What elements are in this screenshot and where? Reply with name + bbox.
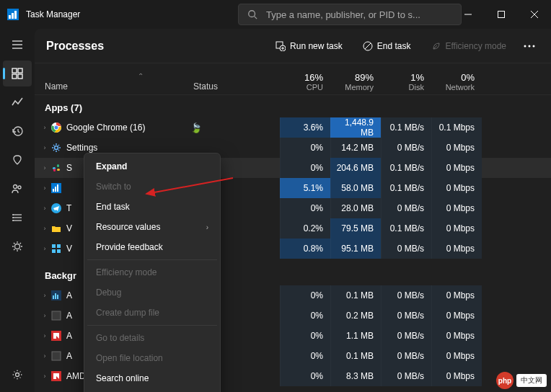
svg-point-35 xyxy=(529,45,531,47)
run-new-task-button[interactable]: Run new task xyxy=(268,37,350,55)
disk-cell: 0 MB/s xyxy=(381,306,431,326)
menu-expand[interactable]: Expand xyxy=(87,156,217,177)
menu-resource-values[interactable]: Resource values› xyxy=(87,217,217,237)
disk-cell: 0 MB/s xyxy=(381,366,431,386)
svg-line-5 xyxy=(255,17,257,19)
menu-create-dump[interactable]: Create dump file xyxy=(87,303,217,323)
app-icon xyxy=(7,9,19,20)
svg-point-39 xyxy=(54,125,58,130)
svg-rect-58 xyxy=(52,311,61,320)
disk-cell: 0 MB/s xyxy=(381,239,431,259)
svg-rect-53 xyxy=(57,249,61,253)
svg-point-18 xyxy=(14,185,17,189)
svg-rect-2 xyxy=(12,13,14,19)
group-apps[interactable]: Apps (7) xyxy=(35,95,551,117)
menu-provide-feedback[interactable]: Provide feedback xyxy=(87,237,217,257)
nav-users[interactable] xyxy=(3,176,32,202)
disk-cell: 0 MB/s xyxy=(381,285,431,306)
menu-properties[interactable]: Properties xyxy=(87,388,217,392)
app-icon xyxy=(49,183,63,193)
svg-rect-57 xyxy=(57,295,58,299)
process-status: 🍃 xyxy=(190,122,280,133)
app-icon xyxy=(49,371,63,381)
header-cpu[interactable]: 16%CPU xyxy=(280,72,330,92)
disk-cell: 0.1 MB/s xyxy=(381,158,431,178)
header-status[interactable]: Status xyxy=(193,81,280,92)
header-network[interactable]: 0%Network xyxy=(431,72,482,92)
svg-rect-47 xyxy=(55,187,56,192)
menu-switch-to[interactable]: Switch to xyxy=(87,177,217,197)
menu-end-task[interactable]: End task xyxy=(87,197,217,217)
svg-rect-7 xyxy=(498,12,505,18)
process-row[interactable]: ›Google Chrome (16)🍃3.6%1,448.9 MB0.1 MB… xyxy=(35,117,551,138)
nav-performance[interactable] xyxy=(3,89,32,115)
cpu-cell: 3.6% xyxy=(280,117,330,138)
network-cell: 0 Mbps xyxy=(431,306,482,326)
disk-cell: 0.1 MB/s xyxy=(381,117,431,138)
cpu-cell: 0% xyxy=(280,285,330,306)
cpu-cell: 0% xyxy=(280,138,330,158)
cpu-cell: 0.8% xyxy=(280,239,330,259)
end-task-button[interactable]: End task xyxy=(356,37,418,55)
menu-search-online[interactable]: Search online xyxy=(87,368,217,388)
efficiency-leaf-icon: 🍃 xyxy=(190,122,202,133)
context-menu: Expand Switch to End task Resource value… xyxy=(84,153,221,392)
minimize-button[interactable] xyxy=(451,0,485,29)
app-icon xyxy=(49,223,63,233)
close-button[interactable] xyxy=(518,0,551,29)
chevron-right-icon: › xyxy=(206,223,208,231)
svg-point-34 xyxy=(524,45,526,47)
network-cell: 0 Mbps xyxy=(431,239,482,259)
disk-cell: 0 MB/s xyxy=(381,198,431,218)
svg-point-25 xyxy=(12,220,14,221)
svg-rect-46 xyxy=(53,189,54,192)
nav-history[interactable] xyxy=(3,118,32,144)
hamburger-menu[interactable] xyxy=(3,32,32,58)
menu-efficiency-mode[interactable]: Efficiency mode xyxy=(87,262,217,282)
nav-details[interactable] xyxy=(3,205,32,231)
network-cell: 0 Mbps xyxy=(431,178,482,198)
app-icon xyxy=(49,244,63,254)
memory-cell: 79.5 MB xyxy=(330,218,381,239)
svg-rect-44 xyxy=(53,169,56,172)
svg-point-24 xyxy=(12,217,14,218)
network-cell: 0 Mbps xyxy=(431,138,482,158)
column-headers: ⌃ Name Status 16%CPU 89%Memory 1%Disk 0%… xyxy=(35,63,551,95)
menu-go-to-details[interactable]: Go to details xyxy=(87,328,217,348)
svg-point-23 xyxy=(12,214,14,215)
cpu-cell: 0% xyxy=(280,198,330,218)
memory-cell: 8.3 MB xyxy=(330,366,381,386)
header-memory[interactable]: 89%Memory xyxy=(330,72,381,92)
app-icon xyxy=(49,311,63,321)
disk-cell: 0 MB/s xyxy=(381,138,431,158)
maximize-button[interactable] xyxy=(485,0,518,29)
disk-cell: 0 MB/s xyxy=(381,346,431,366)
titlebar: Task Manager Type a name, publisher, or … xyxy=(0,0,551,29)
efficiency-mode-button[interactable]: Efficiency mode xyxy=(424,37,514,55)
svg-rect-51 xyxy=(57,244,61,248)
svg-rect-52 xyxy=(52,249,56,253)
search-input[interactable]: Type a name, publisher, or PID to s... xyxy=(238,4,462,25)
app-icon xyxy=(49,142,63,153)
nav-services[interactable] xyxy=(3,233,32,259)
app-icon xyxy=(49,351,63,361)
more-icon xyxy=(524,45,535,48)
header-name[interactable]: ⌃ Name xyxy=(35,72,193,92)
network-cell: 0 Mbps xyxy=(431,346,482,366)
svg-rect-42 xyxy=(57,164,59,167)
cpu-cell: 5.1% xyxy=(280,178,330,198)
menu-debug[interactable]: Debug xyxy=(87,282,217,303)
memory-cell: 0.1 MB xyxy=(330,285,381,306)
nav-settings[interactable] xyxy=(3,362,32,388)
more-button[interactable] xyxy=(519,40,539,52)
disk-cell: 0.1 MB/s xyxy=(381,178,431,198)
nav-startup[interactable] xyxy=(3,147,32,173)
menu-open-file-location[interactable]: Open file location xyxy=(87,348,217,368)
leaf-icon xyxy=(431,41,441,51)
nav-processes[interactable] xyxy=(3,61,32,86)
svg-rect-15 xyxy=(12,74,17,79)
svg-rect-43 xyxy=(57,169,60,171)
memory-cell: 58.0 MB xyxy=(330,178,381,198)
app-icon xyxy=(49,331,63,341)
header-disk[interactable]: 1%Disk xyxy=(381,72,431,92)
